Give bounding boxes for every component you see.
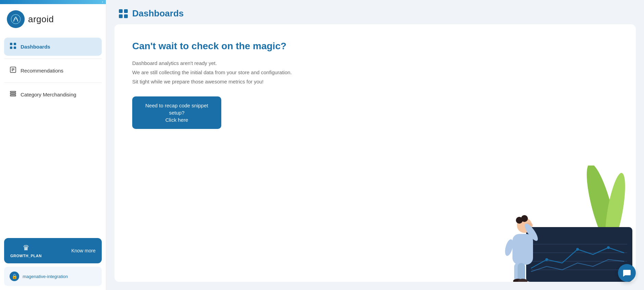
- store-name: magenative-integration: [23, 274, 68, 279]
- svg-point-33: [504, 238, 515, 256]
- sidebar-logo: argoid: [0, 4, 106, 34]
- svg-point-26: [607, 246, 610, 249]
- sidebar-nav: Dashboards Recommendations: [0, 34, 106, 234]
- nav-divider-2: [4, 82, 102, 83]
- svg-point-17: [581, 166, 622, 252]
- svg-rect-2: [10, 43, 12, 45]
- category-icon: [10, 90, 16, 99]
- desc-line-1: Dashboard analytics aren't ready yet.: [132, 58, 618, 68]
- know-more-label: Know more: [71, 248, 96, 253]
- plan-info: ♛ GROWTH_PLAN: [10, 243, 42, 258]
- logo-icon: [7, 10, 25, 28]
- svg-point-24: [545, 258, 548, 261]
- collapse-button[interactable]: ‹: [102, 0, 103, 4]
- svg-point-30: [525, 223, 533, 228]
- svg-rect-19: [526, 227, 632, 282]
- dashboard-illustration: [471, 166, 636, 282]
- svg-point-32: [523, 222, 540, 243]
- svg-point-36: [513, 279, 523, 282]
- svg-point-18: [601, 172, 629, 248]
- sidebar-item-dashboards[interactable]: Dashboards: [4, 38, 102, 56]
- svg-point-1: [15, 16, 16, 18]
- svg-rect-15: [119, 14, 123, 18]
- page-header-icon: [119, 9, 128, 18]
- sidebar-item-recommendations[interactable]: Recommendations: [4, 62, 102, 80]
- dashboards-icon: [10, 42, 16, 51]
- page-title: Dashboards: [132, 8, 184, 19]
- svg-rect-4: [10, 47, 12, 49]
- main-area: Dashboards Can't wait to check on the ma…: [106, 0, 644, 290]
- svg-rect-31: [512, 234, 533, 265]
- svg-point-27: [517, 218, 532, 233]
- store-card[interactable]: 🔒 magenative-integration: [4, 267, 102, 286]
- cta-line-2: Click here: [165, 117, 188, 123]
- svg-rect-10: [10, 91, 16, 92]
- svg-rect-14: [124, 9, 128, 13]
- svg-rect-35: [518, 263, 525, 282]
- plan-label: GROWTH_PLAN: [10, 254, 42, 258]
- desc-line-3: Sit tight while we prepare those awesome…: [132, 77, 618, 86]
- svg-rect-16: [124, 14, 128, 18]
- nav-divider-1: [4, 58, 102, 59]
- crown-icon: ♛: [23, 243, 29, 252]
- content-headline: Can't wait to check on the magic?: [132, 41, 618, 52]
- main-content-card: Can't wait to check on the magic? Dashbo…: [114, 24, 636, 282]
- svg-point-25: [576, 248, 579, 251]
- svg-point-37: [518, 279, 528, 282]
- svg-point-29: [521, 215, 528, 222]
- svg-point-28: [516, 217, 523, 224]
- cta-line-1: Need to recap code snippet setup?: [145, 103, 208, 116]
- chat-button[interactable]: [618, 264, 636, 282]
- sidebar-item-category-merchandising[interactable]: Category Merchandising: [4, 85, 102, 104]
- desc-line-2: We are still collecting the initial data…: [132, 68, 618, 77]
- svg-rect-12: [10, 95, 16, 96]
- svg-rect-5: [14, 47, 16, 49]
- sidebar-item-label-category: Category Merchandising: [21, 92, 76, 97]
- svg-rect-3: [14, 43, 16, 45]
- brand-name: argoid: [28, 14, 54, 25]
- sidebar-top-bar: ‹: [0, 0, 106, 4]
- code-snippet-button[interactable]: Need to recap code snippet setup? Click …: [132, 96, 221, 129]
- page-header: Dashboards: [106, 0, 644, 24]
- svg-rect-13: [119, 9, 123, 13]
- sidebar-bottom: ♛ GROWTH_PLAN Know more 🔒 magenative-int…: [0, 234, 106, 290]
- sidebar-item-label-dashboards: Dashboards: [21, 44, 50, 50]
- store-icon: 🔒: [10, 272, 19, 281]
- recommendations-icon: [10, 66, 16, 75]
- svg-rect-34: [514, 263, 522, 282]
- sidebar: ‹ argoid Dashboards: [0, 0, 106, 290]
- svg-rect-11: [10, 93, 16, 94]
- plan-card[interactable]: ♛ GROWTH_PLAN Know more: [4, 238, 102, 263]
- sidebar-item-label-recommendations: Recommendations: [21, 68, 63, 74]
- content-description: Dashboard analytics aren't ready yet. We…: [132, 58, 618, 86]
